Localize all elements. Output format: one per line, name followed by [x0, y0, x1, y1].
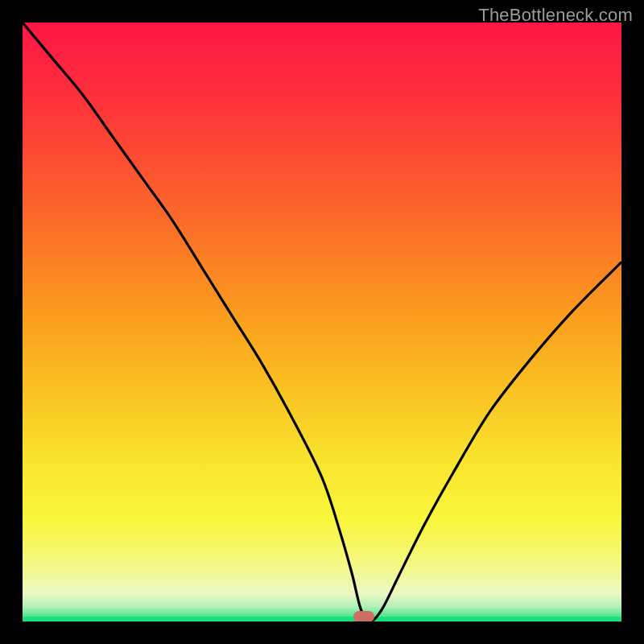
bottleneck-curve	[23, 23, 621, 621]
chart-frame: TheBottleneck.com	[0, 0, 644, 644]
minimum-marker	[353, 611, 374, 621]
plot-area	[23, 23, 621, 621]
watermark-text: TheBottleneck.com	[478, 5, 633, 26]
